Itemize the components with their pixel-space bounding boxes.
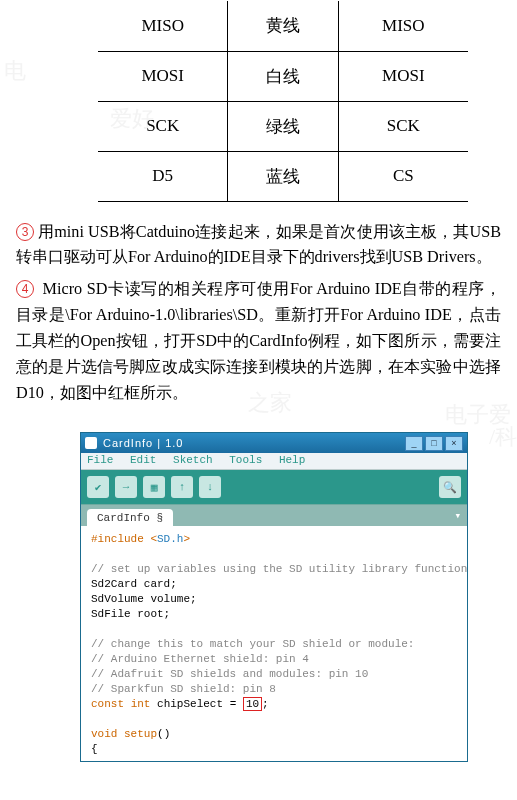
watermark: 电 xyxy=(4,56,26,86)
cell-mid: 白线 xyxy=(228,51,338,101)
pin-mapping-table: MISO 黄线 MISO MOSI 白线 MOSI SCK 绿线 SCK D5 … xyxy=(98,1,468,202)
cell-mid: 蓝线 xyxy=(228,151,338,201)
verify-button[interactable]: ✔ xyxy=(87,476,109,498)
cell-left: D5 xyxy=(98,151,228,201)
cell-right: MISO xyxy=(338,1,468,51)
step-3-paragraph: 3用mini USB将Catduino连接起来，如果是首次使用该主板，其USB转… xyxy=(0,220,517,272)
watermark: /科 xyxy=(489,422,517,452)
cell-mid: 黄线 xyxy=(228,1,338,51)
maximize-button[interactable]: □ xyxy=(425,436,443,451)
cell-left: SCK xyxy=(98,101,228,151)
menu-file[interactable]: File xyxy=(87,454,113,466)
cell-right: CS xyxy=(338,151,468,201)
cell-left: MISO xyxy=(98,1,228,51)
step-3-text: 用mini USB将Catduino连接起来，如果是首次使用该主板，其USB转串… xyxy=(16,223,501,267)
close-button[interactable]: × xyxy=(445,436,463,451)
tab-dropdown-icon[interactable]: ▾ xyxy=(454,509,461,522)
menu-sketch[interactable]: Sketch xyxy=(173,454,213,466)
upload-button[interactable]: → xyxy=(115,476,137,498)
new-button[interactable]: ▦ xyxy=(143,476,165,498)
menu-tools[interactable]: Tools xyxy=(229,454,262,466)
chip-select-highlight: 10 xyxy=(243,697,262,711)
menu-edit[interactable]: Edit xyxy=(130,454,156,466)
ide-code-editor[interactable]: #include <SD.h> // set up variables usin… xyxy=(81,526,467,756)
table-row: D5 蓝线 CS xyxy=(98,151,468,201)
cell-right: MOSI xyxy=(338,51,468,101)
step-4-text: Micro SD卡读写的相关程序可使用For Arduino IDE自带的程序，… xyxy=(16,280,501,402)
table-row: MISO 黄线 MISO xyxy=(98,1,468,51)
save-button[interactable]: ↓ xyxy=(199,476,221,498)
ide-toolbar: ✔ → ▦ ↑ ↓ 🔍 xyxy=(81,470,467,504)
step-4-paragraph: 4 Micro SD卡读写的相关程序可使用For Arduino IDE自带的程… xyxy=(0,277,517,407)
menu-help[interactable]: Help xyxy=(279,454,305,466)
cell-mid: 绿线 xyxy=(228,101,338,151)
ide-tab-cardinfo[interactable]: CardInfo § xyxy=(87,509,173,526)
cell-left: MOSI xyxy=(98,51,228,101)
ide-titlebar: CardInfo | 1.0 _ □ × xyxy=(81,433,467,453)
ide-tabbar: CardInfo § ▾ xyxy=(81,504,467,526)
ide-logo-icon xyxy=(85,437,97,449)
serial-monitor-button[interactable]: 🔍 xyxy=(439,476,461,498)
step-number-4: 4 xyxy=(16,280,34,298)
arduino-ide-window: CardInfo | 1.0 _ □ × File Edit Sketch To… xyxy=(80,432,468,762)
cell-right: SCK xyxy=(338,101,468,151)
table-row: MOSI 白线 MOSI xyxy=(98,51,468,101)
ide-window-title: CardInfo | 1.0 xyxy=(103,437,405,449)
ide-menubar: File Edit Sketch Tools Help xyxy=(81,453,467,470)
minimize-button[interactable]: _ xyxy=(405,436,423,451)
step-number-3: 3 xyxy=(16,223,34,241)
table-row: SCK 绿线 SCK xyxy=(98,101,468,151)
open-button[interactable]: ↑ xyxy=(171,476,193,498)
